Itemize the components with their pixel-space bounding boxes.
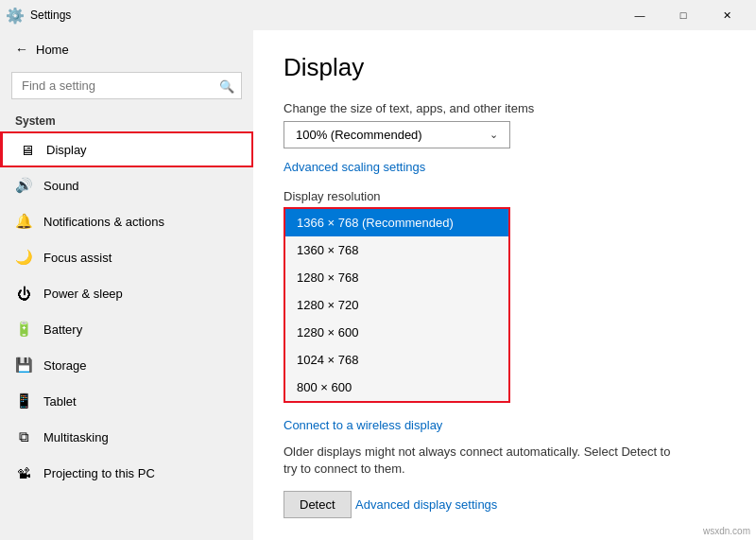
sidebar-item-label-storage: Storage bbox=[43, 358, 87, 373]
sidebar-item-label-notifications: Notifications & actions bbox=[43, 215, 164, 229]
main-layout: ← Home 🔍 System 🖥 Display 🔊 Sound 🔔 Noti… bbox=[0, 30, 756, 540]
content-area: Display Change the size of text, apps, a… bbox=[253, 30, 756, 540]
sidebar-home-label: Home bbox=[36, 43, 69, 57]
sidebar: ← Home 🔍 System 🖥 Display 🔊 Sound 🔔 Noti… bbox=[0, 30, 253, 540]
watermark: wsxdn.com bbox=[703, 526, 750, 536]
power-icon: ⏻ bbox=[15, 285, 32, 302]
back-arrow-icon: ← bbox=[15, 42, 28, 57]
close-button[interactable]: ✕ bbox=[705, 0, 748, 30]
sidebar-item-display[interactable]: 🖥 Display bbox=[0, 131, 253, 167]
titlebar-left: ⚙️ Settings bbox=[8, 8, 71, 23]
resolution-item-6[interactable]: 800 × 600 bbox=[285, 374, 508, 401]
sidebar-item-label-battery: Battery bbox=[43, 322, 82, 337]
sidebar-item-label-power: Power & sleep bbox=[43, 287, 123, 301]
resolution-item-3[interactable]: 1280 × 720 bbox=[285, 291, 508, 319]
maximize-button[interactable]: □ bbox=[662, 0, 705, 30]
advanced-scaling-link[interactable]: Advanced scaling settings bbox=[284, 160, 425, 174]
sidebar-item-label-multitasking: Multitasking bbox=[43, 430, 109, 444]
sidebar-item-label-display: Display bbox=[46, 143, 87, 157]
sidebar-item-label-focus: Focus assist bbox=[43, 251, 112, 265]
sound-icon: 🔊 bbox=[15, 177, 32, 194]
scale-dropdown-value: 100% (Recommended) bbox=[296, 128, 422, 142]
titlebar: ⚙️ Settings — □ ✕ bbox=[0, 0, 756, 30]
scale-dropdown[interactable]: 100% (Recommended) ⌄ bbox=[284, 121, 510, 148]
sidebar-item-label-projecting: Projecting to this PC bbox=[43, 466, 155, 480]
resolution-item-2[interactable]: 1280 × 768 bbox=[285, 264, 508, 291]
sidebar-item-notifications[interactable]: 🔔 Notifications & actions bbox=[0, 203, 253, 239]
chevron-down-icon: ⌄ bbox=[490, 129, 498, 141]
desc-text: Older displays might not always connect … bbox=[284, 444, 680, 478]
page-title: Display bbox=[284, 53, 726, 82]
multitasking-icon: ⧉ bbox=[15, 428, 32, 445]
sidebar-section-label: System bbox=[0, 107, 253, 131]
resolution-item-5[interactable]: 1024 × 768 bbox=[285, 346, 508, 374]
resolution-item-4[interactable]: 1280 × 600 bbox=[285, 319, 508, 346]
search-icon: 🔍 bbox=[219, 78, 234, 93]
sidebar-item-multitasking[interactable]: ⧉ Multitasking bbox=[0, 419, 253, 455]
sidebar-back-button[interactable]: ← Home bbox=[0, 30, 253, 68]
scale-label: Change the size of text, apps, and other… bbox=[284, 101, 726, 115]
sidebar-item-label-sound: Sound bbox=[43, 179, 79, 193]
notifications-icon: 🔔 bbox=[15, 213, 32, 230]
sidebar-item-power[interactable]: ⏻ Power & sleep bbox=[0, 275, 253, 311]
sidebar-item-tablet[interactable]: 📱 Tablet bbox=[0, 383, 253, 419]
sidebar-item-label-tablet: Tablet bbox=[43, 394, 77, 409]
minimize-button[interactable]: — bbox=[618, 0, 662, 30]
battery-icon: 🔋 bbox=[15, 321, 32, 338]
search-input[interactable] bbox=[11, 72, 242, 99]
wireless-display-link[interactable]: Connect to a wireless display bbox=[284, 418, 442, 432]
settings-icon: ⚙️ bbox=[8, 8, 23, 23]
sidebar-search-wrapper: 🔍 bbox=[11, 72, 242, 99]
focus-icon: 🌙 bbox=[15, 249, 32, 266]
projecting-icon: 📽 bbox=[15, 464, 32, 481]
resolution-item-1[interactable]: 1360 × 768 bbox=[285, 236, 508, 264]
titlebar-title: Settings bbox=[30, 9, 71, 22]
sidebar-item-focus[interactable]: 🌙 Focus assist bbox=[0, 239, 253, 275]
sidebar-item-sound[interactable]: 🔊 Sound bbox=[0, 167, 253, 203]
advanced-display-link[interactable]: Advanced display settings bbox=[355, 497, 497, 512]
detect-button[interactable]: Detect bbox=[284, 491, 352, 518]
display-icon: 🖥 bbox=[18, 141, 35, 158]
resolution-list: 1366 × 768 (Recommended) 1360 × 768 1280… bbox=[284, 207, 510, 403]
sidebar-item-battery[interactable]: 🔋 Battery bbox=[0, 311, 253, 347]
tablet-icon: 📱 bbox=[15, 392, 32, 409]
sidebar-item-storage[interactable]: 💾 Storage bbox=[0, 347, 253, 383]
resolution-item-0[interactable]: 1366 × 768 (Recommended) bbox=[285, 209, 508, 236]
sidebar-item-projecting[interactable]: 📽 Projecting to this PC bbox=[0, 455, 253, 491]
titlebar-controls: — □ ✕ bbox=[618, 0, 748, 30]
storage-icon: 💾 bbox=[15, 357, 32, 374]
resolution-label: Display resolution bbox=[284, 189, 726, 203]
